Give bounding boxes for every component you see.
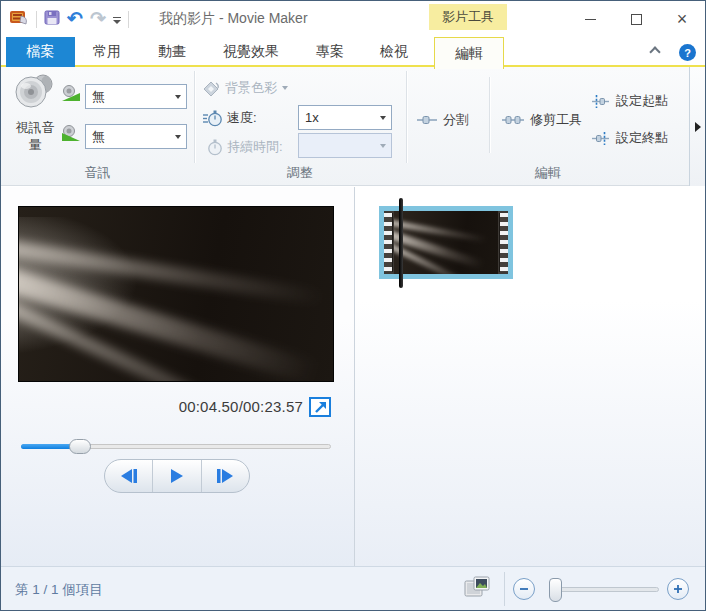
speed-select[interactable]: 1x <box>298 105 392 130</box>
transport-controls <box>104 459 250 493</box>
help-icon: ? <box>684 47 691 59</box>
fade-out-value: 無 <box>86 128 170 146</box>
split-icon <box>417 114 437 126</box>
previous-frame-button[interactable] <box>105 460 152 492</box>
item-count-text: 第 1 / 1 個項目 <box>15 581 103 599</box>
tab-visual-effects[interactable]: 視覺效果 <box>219 37 283 67</box>
duration-label: 持續時間: <box>227 138 283 156</box>
group-divider <box>406 71 407 163</box>
set-end-button[interactable]: 設定終點 <box>586 126 673 150</box>
collapse-ribbon-button[interactable] <box>649 46 661 55</box>
chevron-up-icon <box>649 46 660 57</box>
playhead[interactable] <box>399 198 403 288</box>
main-content: 00:04.50/00:23.57 <box>1 187 705 566</box>
paint-bucket-icon <box>203 80 220 97</box>
audio-group-label: 音訊 <box>1 164 194 182</box>
zoom-slider[interactable] <box>549 587 659 592</box>
speed-stopwatch-icon <box>203 110 222 127</box>
preview-pane: 00:04.50/00:23.57 <box>1 187 355 566</box>
redo-icon[interactable]: ↷ <box>90 9 106 29</box>
tab-animations[interactable]: 動畫 <box>154 37 190 67</box>
speed-label: 速度: <box>227 109 257 127</box>
close-icon: × <box>677 11 688 27</box>
speaker-icon <box>13 71 57 113</box>
video-preview <box>18 206 334 382</box>
set-start-button[interactable]: 設定起點 <box>586 89 673 113</box>
maximize-button[interactable] <box>613 1 659 37</box>
maximize-icon <box>631 14 642 25</box>
fullscreen-arrow-icon <box>314 401 327 414</box>
fade-in-value: 無 <box>86 88 170 106</box>
ribbon-scroll-right-button[interactable] <box>689 67 705 186</box>
group-divider <box>194 71 195 163</box>
chevron-right-icon <box>695 122 701 132</box>
tab-view[interactable]: 檢視 <box>376 37 412 67</box>
qat-dropdown-icon[interactable] <box>113 14 121 24</box>
window-title: 我的影片 - Movie Maker <box>159 10 308 28</box>
minimize-button[interactable] <box>567 1 613 37</box>
fade-out-select[interactable]: 無 <box>85 124 187 149</box>
ribbon: 視訊音量 無 無 音訊 背景色彩 <box>1 67 705 186</box>
titlebar: ↶ ↷ 我的影片 - Movie Maker 影片工具 × <box>1 1 705 37</box>
close-button[interactable]: × <box>659 1 705 37</box>
seek-slider[interactable] <box>21 439 331 453</box>
dropdown-arrow-icon <box>375 116 391 120</box>
minimize-icon <box>585 19 596 20</box>
adjust-group-label: 調整 <box>194 164 406 182</box>
set-end-label: 設定終點 <box>616 129 668 147</box>
clip-thumbnail <box>394 211 498 274</box>
ribbon-tabbar: 檔案 常用 動畫 視覺效果 專案 檢視 編輯 ? <box>1 37 705 67</box>
set-start-icon <box>591 94 610 109</box>
trim-tool-button[interactable]: 修剪工具 <box>497 108 587 132</box>
undo-icon[interactable]: ↶ <box>67 9 83 29</box>
speed-row: 速度: <box>203 109 257 127</box>
save-icon[interactable] <box>44 10 60 29</box>
help-button[interactable]: ? <box>679 44 696 61</box>
storyboard-pane[interactable] <box>355 187 706 566</box>
thumbnail-view-icon[interactable] <box>464 576 490 604</box>
tab-home[interactable]: 常用 <box>89 37 125 67</box>
fade-in-icon <box>61 84 82 103</box>
tab-edit[interactable]: 編輯 <box>434 37 504 69</box>
previous-frame-icon <box>119 468 139 484</box>
tab-project[interactable]: 專案 <box>312 37 348 67</box>
split-button[interactable]: 分割 <box>412 108 474 132</box>
duration-stopwatch-icon <box>203 139 222 156</box>
quick-access-toolbar: ↶ ↷ <box>9 7 129 31</box>
qat-separator <box>36 11 37 28</box>
background-color-button[interactable]: 背景色彩 <box>203 79 288 97</box>
next-frame-button[interactable] <box>201 460 249 492</box>
background-color-label: 背景色彩 <box>225 79 277 97</box>
zoom-out-button[interactable] <box>513 578 535 600</box>
zoom-slider-thumb[interactable] <box>549 578 562 602</box>
fade-out-icon <box>61 124 82 143</box>
tab-file[interactable]: 檔案 <box>6 37 75 67</box>
video-volume-button[interactable]: 視訊音量 <box>9 71 61 171</box>
dropdown-arrow-icon <box>170 95 186 99</box>
trim-tool-label: 修剪工具 <box>530 111 582 129</box>
zoom-in-button[interactable] <box>667 578 689 600</box>
statusbar: 第 1 / 1 個項目 <box>1 566 705 611</box>
filmstrip-sprockets-left <box>384 213 393 272</box>
dropdown-arrow-icon <box>282 86 288 90</box>
play-button[interactable] <box>152 460 200 492</box>
split-label: 分割 <box>443 111 469 129</box>
video-volume-label: 視訊音量 <box>13 119 57 153</box>
qat-separator-2 <box>128 11 129 28</box>
duration-row: 持續時間: <box>203 138 283 156</box>
duration-select[interactable] <box>298 133 392 158</box>
fade-out-row <box>61 124 82 143</box>
contextual-tools-header: 影片工具 <box>429 4 507 30</box>
dropdown-arrow-icon <box>375 144 391 148</box>
seek-thumb[interactable] <box>69 439 91 454</box>
set-start-label: 設定起點 <box>616 92 668 110</box>
speed-value: 1x <box>299 110 375 125</box>
timecode: 00:04.50/00:23.57 <box>1 398 303 415</box>
window-controls: × <box>567 1 705 37</box>
app-icon[interactable] <box>9 8 29 30</box>
play-icon <box>169 468 185 484</box>
trim-tool-icon <box>502 114 524 126</box>
fullscreen-button[interactable] <box>309 397 331 417</box>
fade-in-select[interactable]: 無 <box>85 84 187 109</box>
filmstrip-sprockets-right <box>499 213 508 272</box>
